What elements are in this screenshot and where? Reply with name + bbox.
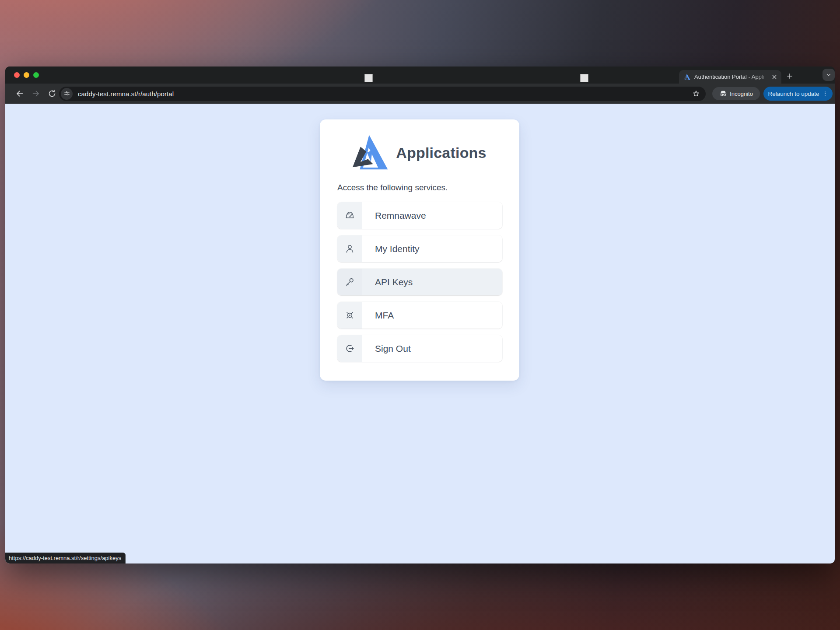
menu-dots-icon[interactable] xyxy=(822,91,828,97)
page-title: Applications xyxy=(396,144,486,161)
key-icon xyxy=(337,269,362,295)
user-icon xyxy=(337,235,362,262)
card-header: Applications xyxy=(320,119,519,172)
service-label: Sign Out xyxy=(375,343,411,354)
service-label: API Keys xyxy=(375,277,413,287)
authelia-logo-icon xyxy=(684,74,690,80)
address-bar[interactable]: caddy-test.remna.st/r/auth/portal xyxy=(59,87,706,101)
status-url-tooltip: https://caddy-test.remna.st/r/settings/a… xyxy=(5,553,126,564)
hub-icon xyxy=(337,302,362,329)
close-tab-icon[interactable] xyxy=(771,74,778,80)
site-settings-button[interactable] xyxy=(61,88,73,100)
sign-out-icon xyxy=(337,335,362,362)
tab-search-button[interactable] xyxy=(822,69,835,81)
service-item-api-keys[interactable]: API Keys xyxy=(337,269,502,295)
service-item-mfa[interactable]: MFA xyxy=(337,302,502,329)
browser-window: Authentication Portal - Appli xyxy=(5,66,835,564)
service-item-my-identity[interactable]: My Identity xyxy=(337,235,502,262)
fullscreen-window-button[interactable] xyxy=(33,72,39,78)
tab-strip: Authentication Portal - Appli xyxy=(5,66,835,84)
bookmark-star-icon[interactable] xyxy=(692,89,700,98)
relaunch-to-update-button[interactable]: Relaunch to update xyxy=(763,87,833,101)
incognito-icon xyxy=(719,90,727,98)
service-item-remnawave[interactable]: Remnawave xyxy=(337,202,502,229)
minimize-window-button[interactable] xyxy=(24,72,29,78)
chevron-down-icon xyxy=(826,72,832,78)
tabstrip-artifact-square xyxy=(580,74,588,82)
browser-toolbar: caddy-test.remna.st/r/auth/portal Incogn… xyxy=(5,84,835,104)
page-content: Applications Access the following servic… xyxy=(5,104,835,564)
applications-card: Applications Access the following servic… xyxy=(320,119,519,381)
close-window-button[interactable] xyxy=(14,72,20,78)
tabstrip-artifact-square xyxy=(364,74,373,82)
authelia-logo-icon xyxy=(353,134,388,172)
service-label: MFA xyxy=(375,310,394,321)
relaunch-label: Relaunch to update xyxy=(768,91,819,97)
tab-title: Authentication Portal - Appli xyxy=(694,74,771,80)
incognito-label: Incognito xyxy=(730,91,753,97)
service-label: Remnawave xyxy=(375,210,426,221)
service-label: My Identity xyxy=(375,244,420,254)
incognito-badge: Incognito xyxy=(712,87,760,100)
page-subtitle: Access the following services. xyxy=(337,183,519,192)
back-icon[interactable] xyxy=(15,89,24,98)
tune-icon xyxy=(63,90,70,97)
forward-icon[interactable] xyxy=(31,89,41,98)
gauge-icon xyxy=(337,202,362,229)
url-text: caddy-test.remna.st/r/auth/portal xyxy=(78,90,692,98)
reload-icon[interactable] xyxy=(47,89,57,98)
new-tab-icon[interactable] xyxy=(786,72,794,80)
tab-authentication-portal[interactable]: Authentication Portal - Appli xyxy=(679,70,781,84)
service-item-sign-out[interactable]: Sign Out xyxy=(337,335,502,362)
services-list: Remnawave My Identity xyxy=(337,202,502,362)
